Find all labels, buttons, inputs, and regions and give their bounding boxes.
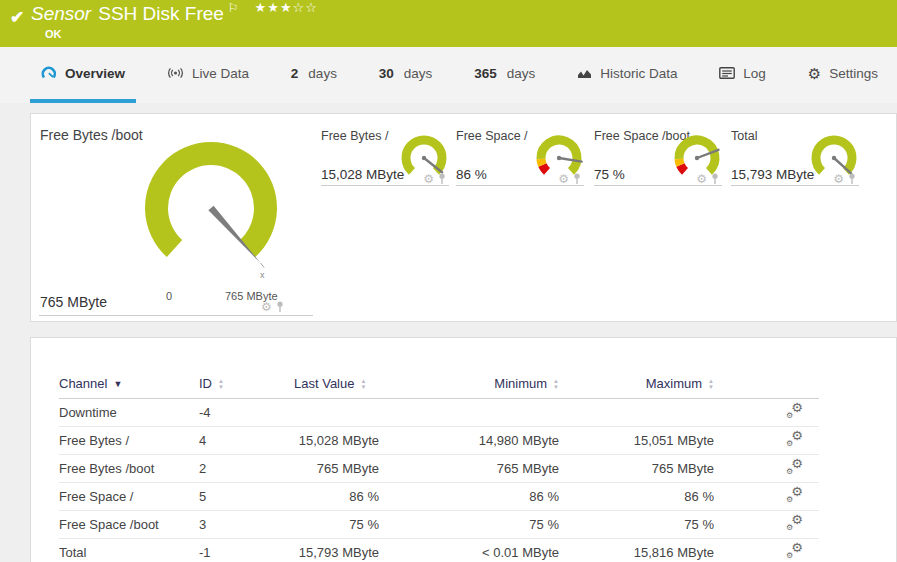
tab-30-days-number: 30 [379,66,394,81]
pin-icon[interactable] [848,173,856,185]
channel-settings-gears-icon[interactable]: ⚙⚙ [786,404,803,419]
channel-minimum: 86 % [379,483,559,511]
tab-historic-data-label: Historic Data [600,66,677,81]
priority-stars[interactable]: ★★★☆☆ [255,0,318,15]
channel-id: 3 [199,511,294,539]
channel-last-value: 15,028 MByte [294,427,379,455]
column-header-last-value[interactable]: Last Value▲▼ [294,368,379,399]
primary-gauge-value: 765 MByte [40,294,107,310]
gauge-settings-gear-icon[interactable]: ⚙ [261,301,272,313]
channel-id: 4 [199,427,294,455]
gauge-settings-gear-icon[interactable]: ⚙ [833,173,844,185]
mini-gauge-free-space-boot-root: Free Space /boot 75 % ⚙ [594,129,722,211]
column-header-id[interactable]: ID▲▼ [199,368,294,399]
channel-id: 2 [199,455,294,483]
sensor-header: ✔ SensorSSH Disk Free⚐★★★☆☆ OK [0,0,897,47]
tab-live-data-label: Live Data [192,66,249,81]
channel-last-value: 15,793 MByte [294,539,379,562]
channel-name: Total [59,539,199,562]
sort-icon: ▲▼ [553,378,559,391]
gauge-settings-gear-icon[interactable]: ⚙ [558,173,569,185]
channel-table: Channel▼ ID▲▼ Last Value▲▼ Minimum▲▼ Max… [59,368,819,562]
sort-icon: ▲▼ [708,378,714,391]
channel-minimum: 765 MByte [379,455,559,483]
sensor-kind-label: Sensor [31,3,91,24]
gauge-settings-gear-icon[interactable]: ⚙ [696,173,707,185]
tab-overview[interactable]: Overview [30,47,136,103]
pin-icon[interactable] [438,173,446,185]
sort-icon: ▲▼ [218,378,224,391]
sensor-name: SSH Disk Free [98,3,224,24]
tab-30-days-unit: days [404,66,433,81]
mini-gauge-free-space-root: Free Space / 86 % ⚙ [456,129,584,211]
channel-minimum: 75 % [379,511,559,539]
prtg-sensor-page: { "header": { "kind_label": "Sensor", "t… [0,0,897,562]
tab-log[interactable]: Log [708,47,777,103]
channel-settings-gears-icon[interactable]: ⚙⚙ [786,432,803,447]
tab-live-data[interactable]: Live Data [156,47,260,103]
tab-historic-data[interactable]: Historic Data [566,47,688,103]
area-chart-icon [577,67,592,79]
tab-365-days-number: 365 [474,66,497,81]
channel-settings-gears-icon[interactable]: ⚙⚙ [786,516,803,531]
channel-maximum: 15,051 MByte [559,427,714,455]
primary-gauge-title: Free Bytes /boot [40,127,143,143]
column-header-maximum[interactable]: Maximum▲▼ [559,368,714,399]
channel-name: Free Bytes /boot [59,455,199,483]
channel-name: Downtime [59,399,199,427]
gauge-settings-gear-icon[interactable]: ⚙ [423,173,434,185]
tab-settings[interactable]: ⚙ Settings [797,47,889,103]
table-row: Free Space /boot 3 75 % 75 % 75 % ⚙⚙ [59,511,819,539]
channel-settings-gears-icon[interactable]: ⚙⚙ [786,544,803,559]
table-row: Free Bytes / 4 15,028 MByte 14,980 MByte… [59,427,819,455]
channel-maximum: 75 % [559,511,714,539]
table-header-row: Channel▼ ID▲▼ Last Value▲▼ Minimum▲▼ Max… [59,368,819,399]
channel-name: Free Space /boot [59,511,199,539]
channel-minimum: < 0.01 MByte [379,539,559,562]
column-header-minimum[interactable]: Minimum▲▼ [379,368,559,399]
channel-maximum: 15,816 MByte [559,539,714,562]
channel-maximum: 86 % [559,483,714,511]
channel-settings-gears-icon[interactable]: ⚙⚙ [786,488,803,503]
tab-2-days[interactable]: 2 days [280,47,348,103]
gauge-icon [41,66,57,80]
table-row: Free Space / 5 86 % 86 % 86 % ⚙⚙ [59,483,819,511]
pin-icon[interactable] [711,173,719,185]
channel-name: Free Bytes / [59,427,199,455]
column-header-channel[interactable]: Channel▼ [59,368,199,399]
primary-gauge-divider [39,315,313,316]
sensor-status-badge: OK [45,28,62,40]
sort-desc-icon: ▼ [113,379,122,389]
channel-maximum: 765 MByte [559,455,714,483]
mini-gauge-value: 86 % [456,167,487,182]
channel-last-value: 765 MByte [294,455,379,483]
table-row: Downtime -4 ⚙⚙ [59,399,819,427]
broadcast-icon [167,66,184,80]
tab-30-days[interactable]: 30 days [368,47,444,103]
gear-icon: ⚙ [808,66,821,81]
overview-gauges-panel: Free Bytes /boot x 0 765 MByte 765 MByte… [30,113,897,322]
channel-last-value: 75 % [294,511,379,539]
pin-icon[interactable] [573,173,581,185]
channel-last-value [294,399,379,427]
mini-gauge-free-bytes-root: Free Bytes / 15,028 MByte ⚙ [321,129,449,211]
sensor-title-line: SensorSSH Disk Free⚐★★★☆☆ [31,3,318,25]
channel-minimum: 14,980 MByte [379,427,559,455]
flag-icon[interactable]: ⚐ [228,1,239,15]
channel-id: -1 [199,539,294,562]
channel-table-panel: Channel▼ ID▲▼ Last Value▲▼ Minimum▲▼ Max… [30,337,897,562]
status-ok-check-icon: ✔ [10,7,24,28]
tab-2-days-number: 2 [291,66,299,81]
channel-maximum [559,399,714,427]
log-list-icon [719,67,735,79]
table-row: Free Bytes /boot 2 765 MByte 765 MByte 7… [59,455,819,483]
mini-gauge-value: 15,028 MByte [321,167,404,182]
gauge-needle-marker: x [260,270,265,280]
sort-icon: ▲▼ [360,378,366,391]
tab-365-days[interactable]: 365 days [463,47,546,103]
pin-icon[interactable] [276,301,284,313]
channel-settings-gears-icon[interactable]: ⚙⚙ [786,460,803,475]
channel-id: -4 [199,399,294,427]
primary-gauge: x [131,130,291,282]
tab-log-label: Log [743,66,766,81]
